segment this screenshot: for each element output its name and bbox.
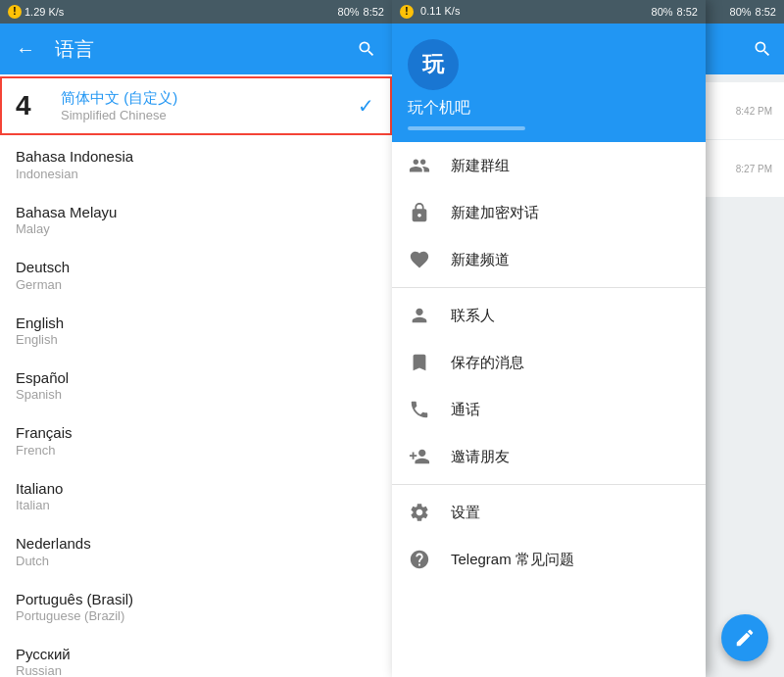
language-item-dutch[interactable]: Nederlands Dutch: [0, 524, 392, 579]
language-item-malay[interactable]: Bahasa Melayu Malay: [0, 193, 392, 248]
language-sub: English: [16, 332, 376, 349]
warning-icon: !: [8, 5, 22, 19]
search-button[interactable]: [349, 31, 384, 67]
help-icon: [408, 548, 431, 571]
left-time: 8:52: [364, 6, 384, 18]
settings-icon: [408, 501, 431, 524]
language-name: Português (Brasil): [16, 590, 376, 609]
help-label: Telegram 常见问题: [451, 551, 574, 569]
language-name: English: [16, 314, 376, 333]
back-icon: ←: [16, 38, 35, 61]
language-sub: Russian: [16, 663, 376, 677]
right-battery: 80%: [730, 6, 752, 18]
left-status-bar: ! 1.29 K/s 80% 8:52: [0, 0, 392, 24]
drawer-time: 8:52: [677, 6, 698, 18]
language-sub: Portuguese (Brazil): [16, 608, 376, 625]
new-group-icon: [408, 154, 431, 177]
new-group-label: 新建群组: [451, 157, 510, 175]
drawer-username: 玩个机吧: [408, 98, 690, 119]
left-speed: 1.29 K/s: [24, 6, 64, 18]
drawer-battery: 80%: [652, 6, 673, 18]
language-item-french[interactable]: Français French: [0, 413, 392, 468]
new-secret-label: 新建加密对话: [451, 204, 539, 222]
language-name: Nederlands: [16, 534, 376, 554]
help-item[interactable]: Telegram 常见问题: [392, 536, 706, 583]
language-sub: German: [16, 277, 376, 294]
invite-friends-item[interactable]: 邀请朋友: [392, 433, 706, 480]
back-button[interactable]: ←: [8, 31, 43, 67]
language-sub: Indonesian: [16, 167, 376, 183]
left-toolbar: ← 语言: [0, 24, 392, 74]
language-name: Bahasa Melayu: [16, 203, 376, 222]
drawer-phone-placeholder: [408, 126, 525, 130]
new-channel-icon: [408, 248, 431, 271]
calls-item[interactable]: 通话: [392, 386, 706, 433]
menu-divider-1: [392, 287, 706, 288]
contacts-icon: [408, 304, 431, 327]
left-status-left: ! 1.29 K/s: [8, 5, 64, 19]
new-secret-icon: [408, 201, 431, 224]
calls-label: 通话: [451, 401, 480, 419]
avatar-text: 玩: [422, 50, 444, 79]
language-sub: Dutch: [16, 554, 376, 570]
language-item-german[interactable]: Deutsch German: [0, 248, 392, 303]
drawer-status-bar: ! 0.11 K/s 80% 8:52: [392, 0, 706, 24]
language-name: Italiano: [16, 479, 376, 499]
new-secret-item[interactable]: 新建加密对话: [392, 189, 706, 236]
saved-messages-icon: [408, 351, 431, 374]
search-icon: [357, 39, 376, 59]
language-name-selected: 简体中文 (自定义): [61, 88, 374, 108]
language-item-indonesian[interactable]: Bahasa Indonesia Indonesian: [0, 137, 392, 192]
new-channel-item[interactable]: 新建频道: [392, 236, 706, 283]
drawer-speed: 0.11 K/s: [420, 5, 460, 17]
language-name: Bahasa Indonesia: [16, 147, 376, 167]
settings-label: 设置: [451, 504, 480, 522]
language-item-selected[interactable]: 4 简体中文 (自定义) Simplified Chinese ✓: [0, 76, 392, 135]
drawer-warning-icon: !: [400, 5, 414, 19]
language-item-spanish[interactable]: Español Spanish: [0, 359, 392, 413]
language-name: Français: [16, 423, 376, 443]
language-sub: Italian: [16, 498, 376, 514]
language-item-russian[interactable]: Русский Russian: [0, 635, 392, 677]
toolbar-title: 语言: [55, 36, 337, 63]
new-channel-label: 新建频道: [451, 251, 510, 269]
new-group-item[interactable]: 新建群组: [392, 142, 706, 189]
compose-icon: [734, 627, 756, 649]
language-badge: 4: [16, 90, 31, 121]
compose-fab[interactable]: [721, 614, 768, 661]
invite-friends-icon: [408, 445, 431, 468]
contacts-item[interactable]: 联系人: [392, 292, 706, 339]
language-name: Español: [16, 368, 376, 388]
left-battery: 80%: [338, 6, 360, 18]
left-panel: ! 1.29 K/s 80% 8:52 ← 语言 4 简体中文 (自定义) Si…: [0, 0, 392, 677]
language-name: Русский: [16, 645, 376, 664]
drawer-menu: 新建群组 新建加密对话 新建频道 联系人: [392, 142, 706, 677]
calls-icon: [408, 398, 431, 421]
settings-item[interactable]: 设置: [392, 489, 706, 536]
language-list: 4 简体中文 (自定义) Simplified Chinese ✓ Bahasa…: [0, 74, 392, 677]
language-item-portuguese[interactable]: Português (Brasil) Portuguese (Brazil): [0, 580, 392, 635]
language-sub: Spanish: [16, 387, 376, 404]
saved-messages-item[interactable]: 保存的消息: [392, 339, 706, 386]
left-status-right: 80% 8:52: [338, 6, 384, 18]
language-item-english[interactable]: English English: [0, 304, 392, 359]
menu-divider-2: [392, 484, 706, 485]
avatar[interactable]: 玩: [408, 39, 459, 90]
drawer-header: 玩 玩个机吧: [392, 24, 706, 142]
navigation-drawer: ! 0.11 K/s 80% 8:52 玩 玩个机吧 新建群组: [392, 0, 706, 677]
right-search-icon[interactable]: [753, 39, 772, 59]
language-sub-selected: Simplified Chinese: [61, 108, 374, 124]
checkmark-icon: ✓: [358, 94, 374, 118]
language-sub: French: [16, 443, 376, 459]
language-sub: Malay: [16, 221, 376, 238]
right-time: 8:52: [756, 6, 776, 18]
right-wrapper: ! 0.11 K/s 80% 8:52 ... your a... 8:42 P: [392, 0, 784, 677]
invite-friends-label: 邀请朋友: [451, 448, 510, 466]
language-name: Deutsch: [16, 258, 376, 277]
contacts-label: 联系人: [451, 307, 495, 325]
saved-messages-label: 保存的消息: [451, 354, 524, 372]
drawer-status-right: 80% 8:52: [652, 6, 698, 18]
language-item-italian[interactable]: Italiano Italian: [0, 469, 392, 524]
drawer-status-left: ! 0.11 K/s: [400, 5, 460, 19]
right-status-right: 80% 8:52: [730, 6, 776, 18]
